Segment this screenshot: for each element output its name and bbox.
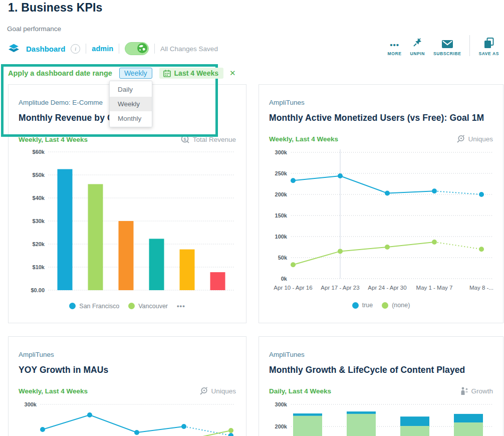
card-period: Daily, Last 4 Weeks bbox=[269, 387, 331, 395]
save-status: All Changes Saved bbox=[160, 45, 218, 53]
svg-text:150k: 150k bbox=[275, 212, 288, 219]
page-title: 1. Business KPIs bbox=[8, 1, 103, 15]
revenue-chart-legend: San FranciscoVancouver••• bbox=[19, 302, 236, 310]
card-period: Weekly, Last 4 Weeks bbox=[269, 135, 338, 143]
layers-icon bbox=[7, 43, 21, 55]
legend-more-button[interactable]: ••• bbox=[177, 302, 185, 310]
card-period: Weekly, Last 4 Weeks bbox=[19, 387, 88, 395]
dashboard-type-label[interactable]: Dashboard bbox=[26, 45, 65, 53]
users-chart-legend: true(none) bbox=[269, 302, 493, 309]
legend-item[interactable]: true bbox=[352, 302, 373, 309]
card-content-lifecycle: AmpliTunes Monthly Growth & LifeCycle of… bbox=[259, 336, 503, 436]
card-source[interactable]: AmpliTunes bbox=[19, 351, 236, 358]
page-subtitle: Goal performance bbox=[7, 25, 61, 33]
svg-text:$: $ bbox=[183, 137, 186, 142]
card-period: Weekly, Last 4 Weeks bbox=[19, 136, 88, 143]
svg-text:$10k: $10k bbox=[33, 264, 45, 270]
card-metric: Uniques bbox=[456, 135, 493, 143]
svg-text:100k: 100k bbox=[275, 234, 288, 240]
globe-icon bbox=[137, 43, 148, 54]
dashboard-toolbar: Dashboard i admin All Changes Saved bbox=[7, 41, 218, 56]
svg-text:300k: 300k bbox=[25, 401, 37, 407]
svg-text:200k: 200k bbox=[275, 191, 288, 197]
info-icon[interactable]: i bbox=[71, 44, 80, 54]
dashboard-actions: ••• MORE UNPIN SUBSCRIBE SAV bbox=[388, 35, 499, 56]
unpin-button[interactable]: UNPIN bbox=[410, 38, 425, 56]
dropdown-option-weekly[interactable]: Weekly bbox=[110, 97, 152, 111]
svg-text:250k: 250k bbox=[275, 170, 288, 176]
subscribe-button[interactable]: SUBSCRIBE bbox=[433, 38, 461, 56]
toolbar-divider bbox=[86, 44, 86, 54]
uniques-icon bbox=[456, 135, 465, 143]
svg-text:$50k: $50k bbox=[33, 172, 45, 178]
svg-text:$30k: $30k bbox=[33, 218, 45, 224]
legend-dot-icon bbox=[382, 302, 388, 309]
save-as-button[interactable]: SAVE AS bbox=[478, 38, 499, 56]
envelope-icon bbox=[441, 38, 453, 49]
date-range-prompt: Apply a dashboard date range bbox=[8, 69, 112, 77]
pin-icon bbox=[412, 38, 422, 49]
owner-link[interactable]: admin bbox=[92, 45, 113, 53]
card-source[interactable]: AmpliTunes bbox=[269, 99, 493, 106]
card-metric: $ Total Revenue bbox=[181, 135, 236, 144]
calendar-icon bbox=[163, 70, 171, 77]
card-monetized-users: AmpliTunes Monthly Active Monetized User… bbox=[259, 84, 503, 323]
growth-icon bbox=[460, 387, 468, 395]
card-metric: Uniques bbox=[199, 387, 236, 395]
svg-text:May 8 -...: May 8 -... bbox=[469, 285, 493, 291]
monetized-users-line-chart[interactable]: 300k250k200k150k100k50k0kApr 10 - Apr 16… bbox=[269, 147, 493, 296]
toolbar-divider bbox=[469, 35, 470, 56]
copy-icon bbox=[484, 38, 494, 49]
card-title[interactable]: Monthly Active Monetized Users (vs Free)… bbox=[269, 113, 493, 123]
svg-text:200k: 200k bbox=[275, 423, 288, 429]
card-metric: Growth bbox=[460, 387, 493, 395]
dropdown-option-monthly[interactable]: Monthly bbox=[110, 111, 152, 126]
interval-dropdown-trigger[interactable]: Weekly bbox=[119, 68, 152, 79]
interval-dropdown-menu: Daily Weekly Monthly bbox=[109, 81, 152, 127]
legend-item[interactable]: (none) bbox=[382, 302, 410, 309]
more-button[interactable]: ••• MORE bbox=[388, 38, 402, 56]
card-title[interactable]: YOY Growth in MAUs bbox=[19, 365, 236, 375]
svg-text:$20k: $20k bbox=[33, 241, 45, 247]
legend-item[interactable]: Vancouver bbox=[128, 303, 168, 310]
legend-dot-icon bbox=[69, 303, 76, 309]
svg-text:50k: 50k bbox=[278, 255, 288, 261]
toolbar-divider bbox=[154, 44, 155, 54]
svg-text:May 1 - May 7: May 1 - May 7 bbox=[416, 285, 453, 291]
card-yoy-growth: AmpliTunes YOY Growth in MAUs Weekly, La… bbox=[8, 336, 246, 436]
svg-text:300k: 300k bbox=[275, 149, 288, 155]
legend-dot-icon bbox=[352, 302, 359, 309]
close-icon[interactable]: ✕ bbox=[229, 69, 236, 78]
toolbar-divider bbox=[119, 44, 119, 54]
date-range-banner: Apply a dashboard date range Weekly Last… bbox=[8, 66, 236, 80]
public-toggle[interactable] bbox=[125, 42, 149, 55]
card-source[interactable]: AmpliTunes bbox=[269, 351, 493, 358]
svg-text:0k: 0k bbox=[281, 276, 288, 282]
date-range-chip[interactable]: Last 4 Weeks bbox=[159, 68, 223, 79]
svg-text:300k: 300k bbox=[275, 401, 288, 407]
legend-item[interactable]: San Francisco bbox=[69, 303, 119, 310]
content-stacked-bar-chart[interactable]: 300k200k bbox=[269, 399, 493, 436]
svg-text:Apr 24 - Apr 30: Apr 24 - Apr 30 bbox=[368, 285, 406, 291]
more-icon: ••• bbox=[390, 38, 399, 49]
money-icon: $ bbox=[181, 135, 190, 144]
legend-dot-icon bbox=[128, 303, 135, 309]
svg-text:$0.00: $0.00 bbox=[31, 287, 45, 293]
revenue-bar-chart[interactable]: $60k$50k$40k$30k$20k$10k$0.00 bbox=[19, 148, 236, 296]
uniques-icon bbox=[199, 387, 208, 395]
svg-text:$60k: $60k bbox=[33, 149, 45, 155]
dropdown-option-daily[interactable]: Daily bbox=[110, 82, 152, 97]
svg-text:Apr 10 - Apr 16: Apr 10 - Apr 16 bbox=[274, 285, 312, 291]
svg-text:Apr 17 - Apr 23: Apr 17 - Apr 23 bbox=[321, 285, 359, 291]
card-title[interactable]: Monthly Growth & LifeCycle of Content Pl… bbox=[269, 365, 493, 375]
svg-text:$40k: $40k bbox=[33, 195, 45, 201]
yoy-growth-line-chart[interactable]: 300k bbox=[19, 399, 236, 436]
